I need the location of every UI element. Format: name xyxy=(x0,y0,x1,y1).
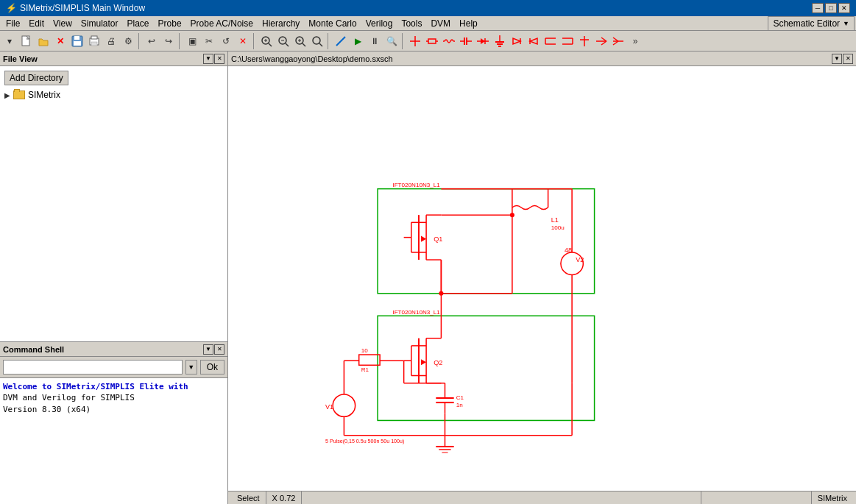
chevron-down-icon: ▼ xyxy=(843,20,849,27)
schematic-file-path: C:\Users\wanggaoyong\Desktop\demo.sxsch xyxy=(231,54,393,63)
cmd-input-field[interactable] xyxy=(3,360,183,375)
svg-text:C1: C1 xyxy=(456,394,464,401)
schematic-editor-dropdown[interactable]: Schematic Editor ▼ xyxy=(768,16,855,31)
settings-button[interactable]: ⚙ xyxy=(120,33,136,49)
save-button[interactable] xyxy=(69,33,85,49)
component-13-button[interactable] xyxy=(610,33,626,49)
schematic-canvas[interactable]: Q1 IFT020N10N3_L1 Q2 IFT020N10N3_L1 xyxy=(228,66,856,504)
title-bar: ⚡ SIMetrix/SIMPLIS Main Window ─ □ ✕ xyxy=(0,0,856,16)
simetrix-tree-item[interactable]: ▶ SIMetrix xyxy=(1,88,226,102)
file-view-content: Add Directory ▶ SIMetrix xyxy=(0,66,227,341)
component-3-button[interactable] xyxy=(441,33,457,49)
minimize-button[interactable]: ─ xyxy=(812,3,824,13)
schematic-close-button[interactable]: ✕ xyxy=(843,54,853,64)
schematic-minimize-button[interactable]: ▼ xyxy=(832,54,842,64)
menu-file[interactable]: File xyxy=(1,17,24,30)
component-2-button[interactable] xyxy=(424,33,440,49)
close-schematic-button[interactable]: ✕ xyxy=(52,33,68,49)
menu-dvm[interactable]: DVM xyxy=(426,17,455,30)
svg-marker-41 xyxy=(530,38,537,44)
toolbar-separator-1 xyxy=(138,33,141,49)
schematic-header-controls: ▼ ✕ xyxy=(832,54,853,64)
menu-simulator[interactable]: Simulator xyxy=(77,17,123,30)
menu-probe[interactable]: Probe xyxy=(154,17,186,30)
component-6-button[interactable] xyxy=(492,33,508,49)
menu-probe-ac-noise[interactable]: Probe AC/Noise xyxy=(186,17,258,30)
toolbar-separator-3 xyxy=(253,33,256,49)
menu-monte-carlo[interactable]: Monte Carlo xyxy=(304,17,361,30)
component-8-button[interactable] xyxy=(526,33,542,49)
select-all-button[interactable]: ▣ xyxy=(184,33,200,49)
status-empty-1 xyxy=(302,491,701,504)
menu-verilog[interactable]: Verilog xyxy=(361,17,397,30)
svg-marker-39 xyxy=(513,38,520,44)
svg-marker-69 xyxy=(421,236,426,242)
component-4-button[interactable] xyxy=(458,33,474,49)
menu-view[interactable]: View xyxy=(49,17,77,30)
file-view-minimize-button[interactable]: ▼ xyxy=(203,54,213,64)
file-view-close-button[interactable]: ✕ xyxy=(214,54,224,64)
svg-line-8 xyxy=(269,43,272,46)
find-button[interactable]: 🔍 xyxy=(383,33,400,49)
pause-button[interactable]: ⏸ xyxy=(367,33,383,49)
cmd-ok-button[interactable]: Ok xyxy=(200,360,224,375)
svg-line-20 xyxy=(336,37,345,46)
status-select: Select xyxy=(231,491,266,504)
menu-help[interactable]: Help xyxy=(455,17,482,30)
repeat-button[interactable]: ↺ xyxy=(218,33,234,49)
component-12-button[interactable] xyxy=(593,33,609,49)
new-button[interactable] xyxy=(18,33,35,49)
cmd-shell-title: Command Shell xyxy=(3,345,64,354)
component-5-button[interactable] xyxy=(475,33,491,49)
new-dropdown-button[interactable]: ▾ xyxy=(1,33,18,49)
delete-button[interactable]: ✕ xyxy=(235,33,251,49)
zoom-out-button[interactable] xyxy=(275,33,291,49)
run-button[interactable]: ▶ xyxy=(350,33,366,49)
svg-point-113 xyxy=(333,394,355,416)
cmd-shell-minimize-button[interactable]: ▼ xyxy=(203,344,213,355)
file-view-header: File View ▼ ✕ xyxy=(0,52,227,66)
close-button[interactable]: ✕ xyxy=(838,3,850,13)
left-panel: File View ▼ ✕ Add Directory ▶ SIMetrix C… xyxy=(0,52,228,504)
component-7-button[interactable] xyxy=(509,33,525,49)
print-button[interactable]: 🖨 xyxy=(103,33,119,49)
add-directory-button[interactable]: Add Directory xyxy=(4,71,68,85)
component-10-button[interactable] xyxy=(559,33,576,49)
cmd-dropdown-button[interactable]: ▼ xyxy=(185,360,197,375)
cut-button[interactable]: ✂ xyxy=(201,33,217,49)
component-1-button[interactable] xyxy=(407,33,423,49)
component-11-button[interactable] xyxy=(576,33,593,49)
menu-place[interactable]: Place xyxy=(123,17,154,30)
undo-button[interactable]: ↩ xyxy=(144,33,160,49)
zoom-area-button[interactable] xyxy=(258,33,275,49)
svg-text:IFT020N10N3_L1: IFT020N10N3_L1 xyxy=(392,182,440,188)
print-preview-button[interactable] xyxy=(86,33,102,49)
redo-button[interactable]: ↪ xyxy=(160,33,177,49)
toolbar-separator-2 xyxy=(179,33,182,49)
schematic-area: C:\Users\wanggaoyong\Desktop\demo.sxsch … xyxy=(228,52,856,504)
svg-point-18 xyxy=(313,37,320,44)
component-9-button[interactable] xyxy=(542,33,559,49)
menu-tools[interactable]: Tools xyxy=(397,17,426,30)
svg-rect-2 xyxy=(74,36,79,40)
more-button[interactable]: » xyxy=(627,33,643,49)
cmd-shell-header: Command Shell ▼ ✕ xyxy=(0,342,227,357)
cmd-output: Welcome to SIMetrix/SIMPLIS Elite with D… xyxy=(0,378,227,504)
simetrix-folder-label: SIMetrix xyxy=(28,90,60,100)
cmd-shell-close-button[interactable]: ✕ xyxy=(214,344,224,355)
menu-edit[interactable]: Edit xyxy=(24,17,49,30)
command-shell-panel: Command Shell ▼ ✕ ▼ Ok Welcome to SIMetr… xyxy=(0,342,227,504)
status-app: SIMetrix xyxy=(812,491,853,504)
open-button[interactable] xyxy=(35,33,52,49)
zoom-fit-button[interactable] xyxy=(309,33,325,49)
svg-point-128 xyxy=(510,213,514,217)
cmd-input-row: ▼ Ok xyxy=(0,357,227,378)
svg-text:IFT020N10N3_L1: IFT020N10N3_L1 xyxy=(392,309,440,316)
maximize-button[interactable]: □ xyxy=(825,3,837,13)
svg-text:48: 48 xyxy=(565,246,572,254)
menu-hierarchy[interactable]: Hierarchy xyxy=(258,17,304,30)
zoom-in-button[interactable] xyxy=(292,33,308,49)
draw-wire-button[interactable] xyxy=(333,33,349,49)
svg-text:Q1: Q1 xyxy=(434,235,442,243)
file-view-title: File View xyxy=(3,54,38,63)
